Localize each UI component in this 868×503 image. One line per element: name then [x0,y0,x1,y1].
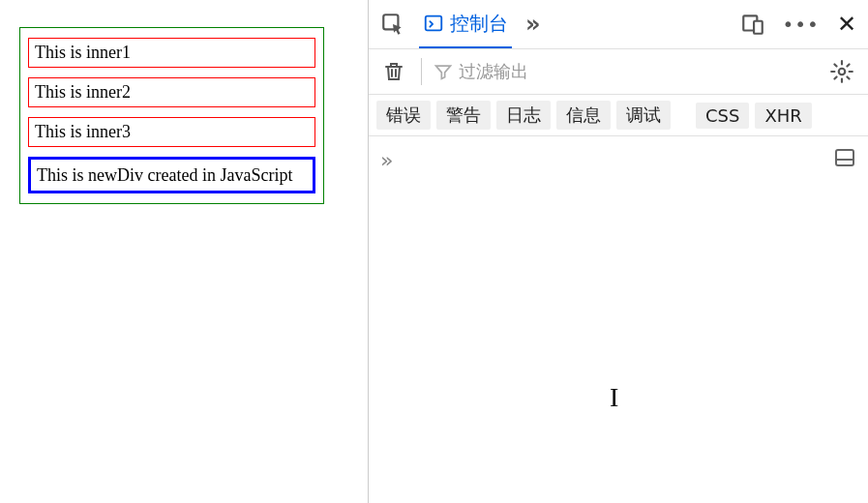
responsive-design-icon[interactable] [736,8,769,41]
more-menu-icon[interactable]: ••• [779,9,823,40]
svg-rect-1 [426,16,442,31]
text-cursor: I [610,382,618,413]
split-console-icon[interactable] [833,146,856,173]
tab-console-label: 控制台 [450,11,508,37]
console-prompt-icon: » [380,148,393,172]
filter-chip-info[interactable]: 信息 [556,101,611,130]
log-filter-bar: 错误 警告 日志 信息 调试 CSS XHR [369,95,868,136]
console-input-row[interactable]: » [369,136,868,183]
filter-chip-warn[interactable]: 警告 [436,101,491,130]
divider [421,58,422,85]
filter-chip-xhr[interactable]: XHR [755,103,811,129]
page-content: This is inner1 This is inner2 This is in… [0,0,368,503]
close-icon[interactable]: ✕ [833,11,860,38]
filter-input[interactable]: 过滤输出 [434,60,814,83]
devtools-tabbar: 控制台 » ••• ✕ [369,0,868,48]
new-div: This is newDiv created in JavaScript [28,157,315,193]
filter-chip-debug[interactable]: 调试 [616,101,671,130]
filter-placeholder: 过滤输出 [459,60,528,83]
inner-div-2: This is inner2 [28,77,315,107]
svg-point-4 [839,69,846,75]
trash-icon[interactable] [378,56,409,87]
svg-rect-5 [836,150,853,165]
inspector-icon[interactable] [376,8,409,41]
overflow-tabs-icon[interactable]: » [522,7,545,42]
gear-icon[interactable] [825,55,858,88]
inner-div-3: This is inner3 [28,117,315,147]
svg-rect-3 [754,21,763,34]
filter-chip-css[interactable]: CSS [696,103,749,129]
filter-chip-error[interactable]: 错误 [376,101,431,130]
devtools-toolbar: 过滤输出 [369,48,868,95]
devtools-panel: 控制台 » ••• ✕ 过滤输出 [368,0,868,503]
filter-chip-log[interactable]: 日志 [496,101,551,130]
funnel-icon [434,62,453,81]
outer-div: This is inner1 This is inner2 This is in… [19,27,324,204]
inner-div-1: This is inner1 [28,38,315,68]
tab-console[interactable]: 控制台 [419,0,512,48]
